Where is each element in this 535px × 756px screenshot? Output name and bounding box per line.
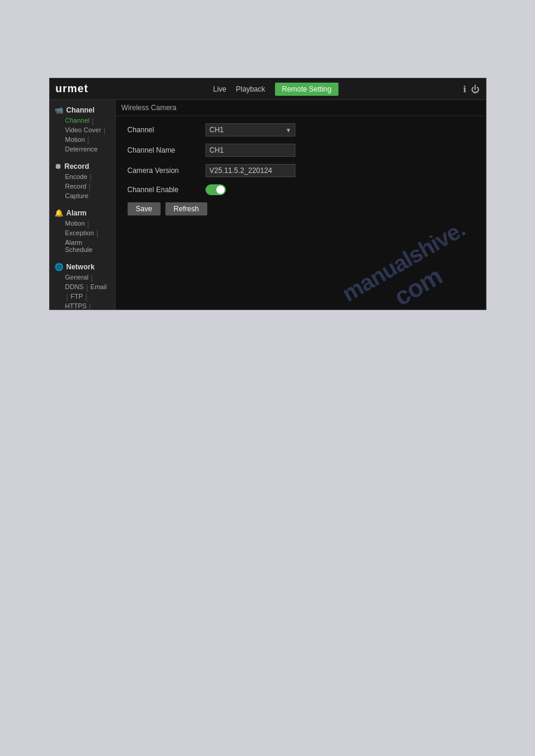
sidebar-section-network: 🌐 Network General | DDNS | Email | FTP |… <box>50 257 115 309</box>
channel-name-label: Channel Name <box>128 146 205 154</box>
watermark-line1: manualshive. <box>337 215 470 308</box>
channel-label: Channel <box>128 126 205 134</box>
channel-enable-row: Channel Enable <box>128 184 474 195</box>
sidebar-item-motion-channel[interactable]: Motion <box>65 136 85 144</box>
playback-nav-link[interactable]: Playback <box>236 85 265 93</box>
sidebar-title-network[interactable]: 🌐 Network <box>55 260 110 272</box>
sidebar-title-alarm[interactable]: 🔔 Alarm <box>55 207 110 218</box>
sidebar-item-capture[interactable]: Capture <box>65 192 89 199</box>
sidebar-item-https[interactable]: HTTPS <box>65 302 87 309</box>
sidebar-item-ftp[interactable]: FTP <box>71 293 83 301</box>
channel-select[interactable]: CH1 CH2 CH3 CH4 <box>205 123 295 136</box>
sidebar-title-channel[interactable]: 📹 Channel <box>55 104 110 116</box>
record-subitems: Encode | Record | Capture <box>55 172 110 202</box>
sidebar-section-record: ⏺ Record Encode | Record | Capture <box>50 156 115 203</box>
watermark: manualshive. com <box>337 215 485 309</box>
alarm-subitems: Motion | Exception | Alarm Schedule <box>55 218 110 256</box>
sidebar-item-motion-alarm[interactable]: Motion <box>65 220 85 228</box>
channel-enable-label: Channel Enable <box>128 186 205 194</box>
channel-enable-toggle[interactable] <box>205 184 226 195</box>
sidebar-item-general-network[interactable]: General <box>65 274 89 282</box>
main-layout: 📹 Channel Channel | Video Cover | Motion… <box>50 100 486 309</box>
alarm-icon: 🔔 <box>55 209 64 217</box>
app-container: urmet Live Playback Remote Setting ℹ ⏻ 📹… <box>49 78 486 310</box>
live-nav-link[interactable]: Live <box>213 85 226 93</box>
refresh-button[interactable]: Refresh <box>165 202 207 215</box>
sidebar-section-alarm: 🔔 Alarm Motion | Exception | Alarm Sched… <box>50 203 115 257</box>
channel-name-row: Channel Name <box>128 144 474 157</box>
power-icon[interactable]: ⏻ <box>471 84 479 94</box>
sidebar-section-channel: 📹 Channel Channel | Video Cover | Motion… <box>50 100 115 156</box>
channel-enable-toggle-wrapper <box>205 184 226 195</box>
header-icons: ℹ ⏻ <box>463 84 479 94</box>
header: urmet Live Playback Remote Setting ℹ ⏻ <box>50 78 486 100</box>
camera-version-row: Camera Version <box>128 164 474 177</box>
sidebar-item-ddns[interactable]: DDNS <box>65 283 84 292</box>
sidebar-item-deterrence[interactable]: Deterrence <box>65 145 98 153</box>
button-row: Save Refresh <box>128 202 474 215</box>
sidebar-item-record[interactable]: Record <box>65 183 86 191</box>
header-nav: Live Playback Remote Setting <box>213 83 338 96</box>
network-icon: 🌐 <box>55 263 64 271</box>
logo: urmet <box>56 83 89 95</box>
remote-setting-button[interactable]: Remote Setting <box>275 83 339 96</box>
channel-select-wrapper: CH1 CH2 CH3 CH4 ▼ <box>205 123 295 136</box>
sidebar: 📹 Channel Channel | Video Cover | Motion… <box>50 100 116 309</box>
watermark-line2: com <box>351 239 485 309</box>
sidebar-item-encode[interactable]: Encode <box>65 173 87 181</box>
content-area: Wireless Camera Channel CH1 CH2 CH3 CH4 <box>116 100 486 309</box>
camera-version-label: Camera Version <box>128 166 205 175</box>
info-icon[interactable]: ℹ <box>463 84 466 94</box>
sidebar-item-exception[interactable]: Exception <box>65 229 94 238</box>
channel-subitems: Channel | Video Cover | Motion | Deterre… <box>55 116 110 155</box>
channel-name-input[interactable] <box>205 144 295 157</box>
form-area: Channel CH1 CH2 CH3 CH4 ▼ <box>116 116 486 223</box>
network-subitems: General | DDNS | Email | FTP | HTTPS | I… <box>55 272 110 309</box>
channel-row: Channel CH1 CH2 CH3 CH4 ▼ <box>128 123 474 136</box>
sidebar-title-record[interactable]: ⏺ Record <box>55 160 110 172</box>
content-header: Wireless Camera <box>116 100 486 116</box>
channel-icon: 📹 <box>55 106 64 114</box>
sidebar-item-channel[interactable]: Channel <box>65 117 90 125</box>
sidebar-item-alarm-schedule[interactable]: Alarm Schedule <box>65 239 110 253</box>
sidebar-item-email[interactable]: Email <box>90 283 107 292</box>
sidebar-item-video-cover[interactable]: Video Cover <box>65 126 101 135</box>
camera-version-input[interactable] <box>205 164 295 177</box>
toggle-knob <box>216 186 225 194</box>
record-icon: ⏺ <box>55 162 62 171</box>
save-button[interactable]: Save <box>128 202 161 215</box>
